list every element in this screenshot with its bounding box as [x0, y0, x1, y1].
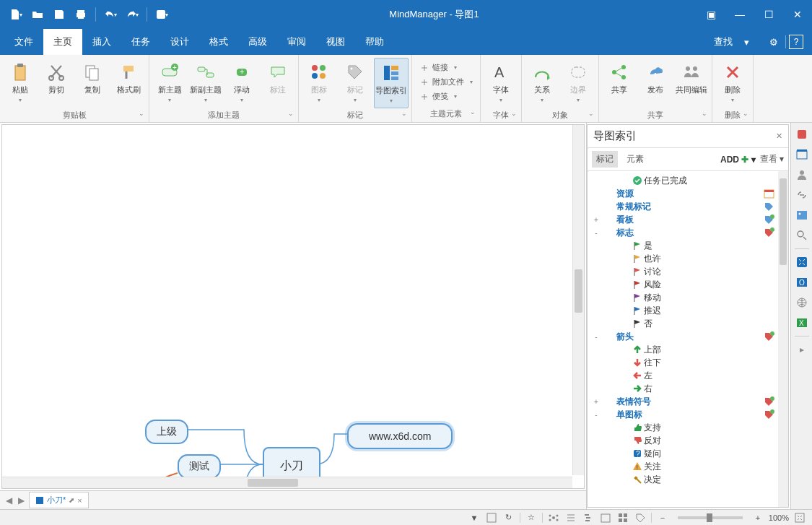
fit-icon[interactable]: [793, 511, 806, 524]
tree-item-移动[interactable]: 移动: [589, 291, 787, 304]
tab-close-icon[interactable]: ×: [77, 496, 82, 505]
ribbon-icons-button[interactable]: 图标▾: [302, 58, 336, 108]
tree-item-右[interactable]: 右: [589, 382, 787, 395]
ribbon-copy-button[interactable]: 复制: [75, 58, 110, 108]
index-add-button[interactable]: ADD ✚ ▾: [720, 155, 756, 165]
ribbon-font-button[interactable]: A字体▾: [484, 58, 518, 108]
tree-item-决定[interactable]: 决定: [589, 473, 787, 486]
menu-主页[interactable]: 主页: [43, 29, 82, 55]
ribbon-callout-button[interactable]: 标注: [261, 58, 295, 108]
ribbon-publish-button[interactable]: 发布: [638, 58, 673, 108]
rail-user-icon[interactable]: [793, 166, 811, 183]
tab-pin-icon[interactable]: ⬈: [69, 496, 74, 504]
zoom-level[interactable]: 100%: [769, 513, 789, 522]
tree-item-反对[interactable]: 反对: [589, 434, 787, 447]
menu-帮助[interactable]: 帮助: [355, 29, 394, 55]
tree-item-看板[interactable]: +看板: [589, 213, 787, 226]
tree-item-往下[interactable]: 往下: [589, 356, 787, 369]
ribbon-relation-button[interactable]: 关系▾: [525, 58, 559, 108]
minimize-button[interactable]: —: [725, 0, 754, 29]
ribbon-coedit-button[interactable]: 共同编辑: [674, 58, 709, 108]
close-button[interactable]: ✕: [783, 0, 812, 29]
tree-item-推迟[interactable]: 推迟: [589, 304, 787, 317]
search-menu[interactable]: 查找: [710, 32, 737, 51]
ribbon-paste-button[interactable]: 粘贴▾: [3, 58, 38, 108]
rail-link-icon[interactable]: [793, 186, 811, 204]
menu-任务[interactable]: 任务: [121, 29, 160, 55]
menu-高级[interactable]: 高级: [238, 29, 277, 55]
menu-视图[interactable]: 视图: [316, 29, 355, 55]
node-left-0[interactable]: 上级: [145, 420, 188, 444]
canvas-vscroll[interactable]: [572, 125, 584, 475]
ribbon-delete-button[interactable]: 删除▾: [715, 58, 750, 108]
tree-item-箭头[interactable]: -箭头: [589, 330, 787, 343]
status-priority-icon[interactable]: ☆: [525, 511, 538, 524]
mindmap-canvas[interactable]: 上级 测试 搞基 小刀 www.x6d.com: [1, 124, 585, 489]
link-tool-icon[interactable]: ⚙: [765, 34, 782, 51]
index-view-button[interactable]: 查看 ▾: [760, 153, 784, 165]
index-tab-markers[interactable]: 标记: [592, 151, 618, 168]
filter-icon[interactable]: ▼: [468, 511, 481, 524]
menu-设计[interactable]: 设计: [160, 29, 199, 55]
view-icon-icon[interactable]: [616, 511, 629, 524]
tab-prev[interactable]: ◀: [4, 495, 14, 506]
tree-vscroll[interactable]: [778, 171, 788, 507]
index-close-icon[interactable]: ✕: [776, 131, 782, 141]
tree-item-左[interactable]: 左: [589, 369, 787, 382]
tree-item-常规标记[interactable]: 常规标记: [589, 200, 787, 213]
menu-格式[interactable]: 格式: [199, 29, 238, 55]
open-file-button[interactable]: [27, 4, 48, 25]
ribbon-share-button[interactable]: 共享: [602, 58, 637, 108]
ribbon-toggle-button[interactable]: ▣: [697, 0, 725, 29]
zoom-slider[interactable]: [678, 516, 743, 519]
view-map-icon[interactable]: [547, 511, 560, 524]
tree-item-讨论[interactable]: 讨论: [589, 265, 787, 278]
rail-outlook-icon[interactable]: O: [793, 274, 811, 291]
menu-插入[interactable]: 插入: [82, 29, 121, 55]
tree-item-表情符号[interactable]: +表情符号: [589, 395, 787, 408]
tree-item-是[interactable]: 是: [589, 239, 787, 252]
save-button[interactable]: [49, 4, 69, 25]
ribbon-note[interactable]: 便笺▾: [416, 90, 476, 103]
menu-审阅[interactable]: 审阅: [277, 29, 316, 55]
ribbon-tags-button[interactable]: 标记▾: [338, 58, 372, 108]
tree-item-支持[interactable]: 支持: [589, 421, 787, 434]
view-tag-icon[interactable]: [634, 511, 647, 524]
rail-marker-icon[interactable]: [793, 126, 811, 143]
rail-task-icon[interactable]: [793, 146, 811, 163]
tab-next[interactable]: ▶: [17, 495, 26, 506]
rail-image-icon[interactable]: [793, 207, 811, 224]
node-left-1[interactable]: 测试: [178, 454, 221, 479]
priority-button[interactable]: ▾: [152, 4, 172, 25]
help-button[interactable]: ?: [789, 35, 803, 49]
print-button[interactable]: [71, 4, 91, 25]
ribbon-cut-button[interactable]: 剪切: [39, 58, 74, 108]
ribbon-new-subtopic-button[interactable]: 新副主题▾: [188, 58, 223, 108]
ribbon-format-painter-button[interactable]: 格式刷: [111, 58, 146, 108]
node-right-0[interactable]: www.x6d.com: [347, 423, 453, 449]
status-sync-icon[interactable]: ↻: [502, 511, 515, 524]
zoom-out-icon[interactable]: −: [656, 511, 669, 524]
menu-文件[interactable]: 文件: [4, 29, 43, 55]
ribbon-link[interactable]: 链接▾: [416, 61, 476, 74]
view-schedule-icon[interactable]: [599, 511, 612, 524]
rail-web-icon[interactable]: [793, 294, 811, 311]
status-format-icon[interactable]: [485, 511, 498, 524]
ribbon-map-index-button[interactable]: 导图索引▾: [374, 58, 409, 108]
tree-item-也许[interactable]: 也许: [589, 252, 787, 265]
ribbon-attach[interactable]: 附加文件▾: [416, 75, 476, 89]
tree-item-关注[interactable]: !关注: [589, 460, 787, 473]
rail-expand-icon[interactable]: [793, 253, 811, 271]
canvas-hscroll[interactable]: [2, 477, 572, 488]
maximize-button[interactable]: ☐: [754, 0, 783, 29]
tree-item-否[interactable]: 否: [589, 317, 787, 330]
rail-more-icon[interactable]: ▸: [793, 341, 811, 358]
search-dropdown[interactable]: ▾: [740, 34, 754, 51]
tree-item-单图标[interactable]: -单图标: [589, 408, 787, 421]
ribbon-floating-button[interactable]: +浮动▾: [224, 58, 259, 108]
ribbon-new-topic-button[interactable]: +新主题▾: [152, 58, 187, 108]
tree-item-标志[interactable]: -标志: [589, 226, 787, 239]
tree-item-上部[interactable]: 上部: [589, 343, 787, 356]
tree-item-疑问[interactable]: ?疑问: [589, 447, 787, 460]
redo-button[interactable]: ▾: [122, 4, 142, 25]
